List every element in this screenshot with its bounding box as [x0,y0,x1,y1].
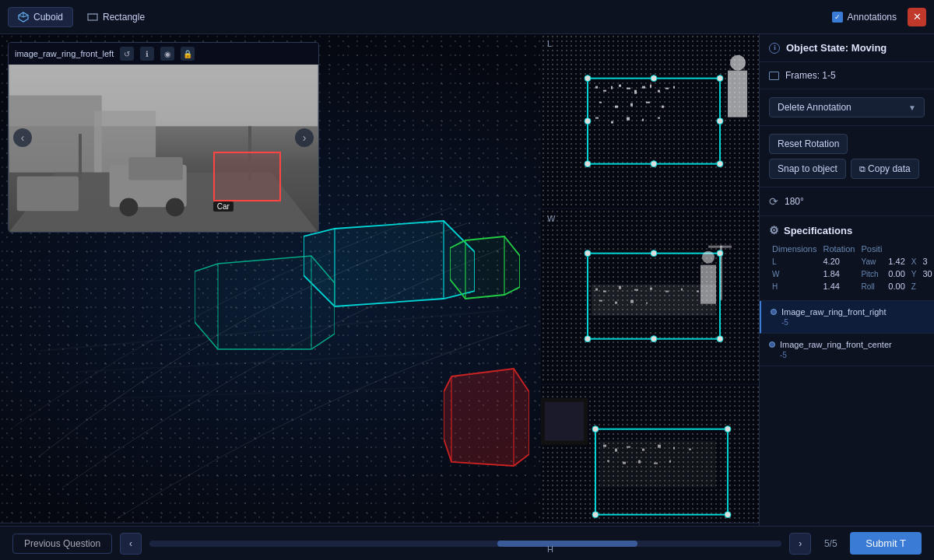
object-state-section: ℹ Object State: Moving [760,34,934,62]
camera-eye-button[interactable]: ◉ [160,47,174,61]
feed-right-frame: -5 [781,318,925,327]
specs-header: ⚙ Specifications [769,224,925,236]
spec-rot-l-label: Yaw [858,255,885,268]
svg-rect-38 [665,88,669,89]
svg-rect-94 [689,448,691,450]
svg-rect-69 [697,291,699,292]
svg-point-51 [730,55,746,71]
specs-col-dim: Dimensions [769,243,820,255]
sv-label-l: L [547,39,552,48]
svg-rect-92 [658,444,661,447]
svg-rect-71 [615,302,617,304]
svg-point-53 [717,75,723,82]
nav-bar: Previous Question ‹ › 5/5 Submit T [0,526,934,560]
svg-rect-46 [611,121,613,124]
svg-point-54 [585,161,591,167]
svg-point-23 [120,198,139,216]
nav-arrow-right[interactable]: › [789,533,811,555]
frames-section: Frames: 1-5 [760,62,934,89]
spec-pos-w-label: Y [908,268,920,280]
spec-rot-w-val: 0.00 [885,268,908,280]
3d-viewer[interactable]: image_raw_ring_front_left ↺ ℹ ◉ 🔒 [0,34,759,560]
frames-row: Frames: 1-5 [769,70,925,81]
camera-lock-button[interactable]: 🔒 [181,47,195,61]
copy-data-button[interactable]: ⧉ Copy data [851,159,919,179]
rotation-icon: ⟳ [769,195,778,208]
camera-refresh-button[interactable]: ↺ [120,47,134,61]
camera-feed-right[interactable]: Image_raw_ring_front_right -5 [760,301,934,334]
spec-dim-w-label: W [769,268,820,280]
reset-rotation-button[interactable]: Reset Rotation [769,134,848,154]
specs-row-l: L 4.20 Yaw 1.42 X 3 [769,255,934,268]
spec-rot-l-val: 1.42 [885,255,908,268]
camera-prev-button[interactable]: ‹ [13,128,32,147]
svg-rect-89 [615,448,617,451]
svg-point-58 [585,118,591,124]
svg-point-82 [651,250,657,257]
feed-right-header: Image_raw_ring_front_right [771,307,925,317]
annotations-toggle[interactable]: ✓ Annotations [832,12,897,23]
top-toolbar: Cuboid Rectangle ✓ Annotations ✕ [0,0,934,34]
svg-rect-33 [627,88,630,89]
svg-rect-34 [634,90,637,94]
sv-mid-content [541,209,759,383]
rectangle-tool-button[interactable]: Rectangle [78,8,154,26]
camera-content: Car [9,65,318,232]
progress-track[interactable] [149,541,781,547]
svg-rect-68 [681,289,683,291]
svg-rect-27 [17,177,79,212]
spec-dim-h-val: 1.44 [820,280,858,292]
nav-arrow-left[interactable]: ‹ [120,533,142,555]
spec-rot-h-val: 0.00 [885,280,908,292]
delete-annotation-section: Delete Annotation ▼ [760,89,934,126]
svg-rect-42 [630,103,633,107]
cuboid-icon [18,12,29,23]
submit-button[interactable]: Submit T [850,532,922,555]
rectangle-label: Rectangle [103,12,145,23]
side-views-container: L [541,34,759,560]
svg-point-80 [585,336,591,342]
side-view-middle: W [541,209,759,384]
feed-center-name: Image_raw_ring_front_center [780,340,892,349]
svg-rect-25 [79,134,82,180]
sv-top-content [541,34,759,208]
svg-rect-30 [603,90,606,92]
specs-row-h: H 1.44 Roll 0.00 Z [769,280,934,292]
cuboid-tool-button[interactable]: Cuboid [8,7,73,27]
feed-right-name: Image_raw_ring_front_right [781,307,887,317]
camera-info-button[interactable]: ℹ [140,47,154,61]
camera-feed-center[interactable]: Image_raw_ring_front_center -5 [760,334,934,366]
camera-header: image_raw_ring_front_left ↺ ℹ ◉ 🔒 [9,43,318,65]
svg-rect-29 [595,86,598,89]
svg-rect-48 [642,119,644,121]
svg-rect-77 [708,246,732,248]
frames-value: Frames: 1-5 [785,70,836,81]
feed-center-frame: -5 [780,351,925,359]
feed-center-header: Image_raw_ring_front_center [769,340,925,349]
svg-rect-22 [128,157,182,180]
feed-right-dot [771,309,777,315]
street-scene [9,65,318,232]
snap-to-object-button[interactable]: Snap to object [769,159,846,179]
svg-rect-67 [665,291,669,292]
frame-count: 5/5 [819,538,842,549]
close-button[interactable]: ✕ [908,8,926,26]
svg-rect-41 [615,106,618,108]
svg-rect-47 [627,117,630,121]
action-buttons-section: Reset Rotation Snap to object ⧉ Copy dat… [760,126,934,187]
delete-annotation-dropdown[interactable]: Delete Annotation ▼ [769,97,925,117]
sv-label-w: W [547,214,555,223]
spec-dim-l-label: L [769,255,820,268]
previous-question-button[interactable]: Previous Question [12,534,112,554]
cuboid-label: Cuboid [33,12,63,23]
svg-point-101 [725,425,731,432]
camera-next-button[interactable]: › [295,128,314,147]
rotation-value-section: ⟳ 180° [760,187,934,216]
svg-rect-61 [592,285,716,316]
svg-point-59 [717,118,723,124]
spec-pos-w-val: 30 [919,268,934,280]
svg-rect-65 [634,289,638,291]
svg-point-83 [651,336,657,342]
svg-point-79 [717,250,723,257]
svg-point-52 [585,75,591,82]
